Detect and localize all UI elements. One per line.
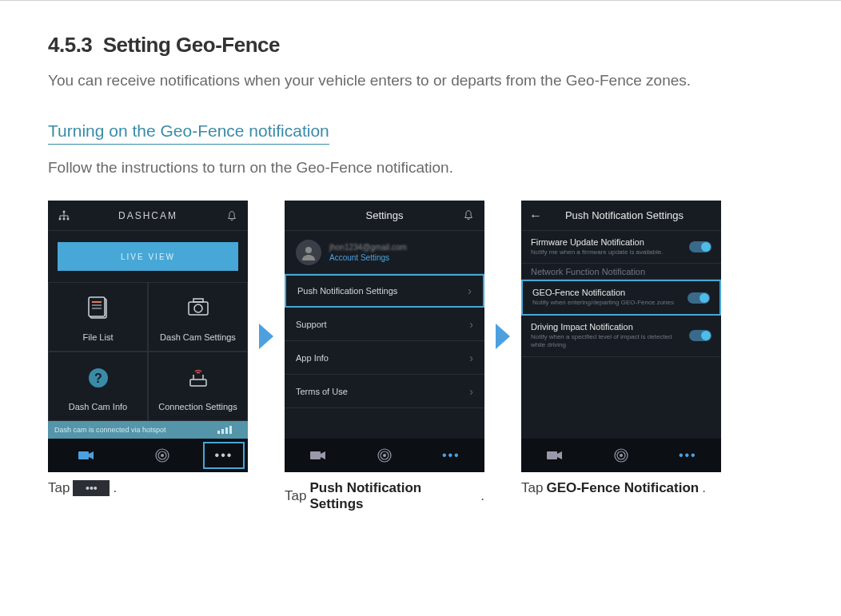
tile-file-list[interactable]: File List — [48, 282, 148, 352]
row-subtitle: Notify me when a firmware update is avai… — [531, 248, 663, 256]
svg-marker-33 — [557, 451, 562, 459]
nav-more-button[interactable]: ••• — [655, 439, 721, 472]
more-dots-icon: ••• — [442, 448, 460, 463]
svg-rect-5 — [89, 297, 105, 316]
tile-dashcam-info[interactable]: ? Dash Cam Info — [48, 352, 148, 421]
tile-label: File List — [83, 332, 114, 342]
row-label: Push Notification Settings — [297, 286, 397, 296]
row-title: Firmware Update Notification — [531, 237, 663, 247]
row-label: Terms of Use — [296, 387, 348, 396]
connection-status-banner: Dash cam is connected via hotspot — [48, 421, 248, 439]
caption-text: . — [702, 480, 706, 496]
row-driving-impact-notification[interactable]: Driving Impact Notification Notify when … — [521, 316, 721, 357]
step-arrow-icon — [259, 324, 273, 349]
bottom-nav: ••• — [48, 439, 248, 472]
caption-step-2: Tap Push Notification Settings. — [285, 480, 484, 512]
row-subtitle: Notify when a specified level of impact … — [531, 333, 683, 350]
document-container: 4.5.3 Setting Geo-Fence You can receive … — [0, 33, 841, 544]
svg-rect-32 — [547, 451, 557, 459]
nav-more-button[interactable]: ••• — [418, 439, 484, 472]
caption-text: Tap — [285, 488, 306, 504]
caption-text: Tap — [521, 480, 543, 496]
svg-rect-14 — [190, 380, 206, 386]
row-subtitle: Notify when entering/departing GEO-Fence… — [532, 299, 674, 307]
tile-label: Connection Settings — [158, 402, 237, 411]
bottom-nav: ••• — [285, 439, 484, 472]
row-title: Network Function Notification — [531, 267, 645, 276]
section-heading: 4.5.3 Setting Geo-Fence — [48, 33, 793, 58]
signal-icon — [217, 426, 241, 434]
instruction-paragraph: Follow the instructions to turn on the G… — [48, 159, 793, 177]
avatar-icon — [296, 240, 321, 265]
sub-heading: Turning on the Geo-Fence notification — [48, 121, 329, 145]
nav-more-button-highlighted[interactable]: ••• — [203, 442, 245, 469]
captions-row: Tap ••• . Tap Push Notification Settings… — [48, 480, 793, 512]
caption-bold: Push Notification Settings — [309, 480, 477, 512]
bell-icon[interactable] — [225, 209, 238, 222]
svg-text:?: ? — [94, 372, 102, 385]
row-push-notification-settings-highlighted[interactable]: Push Notification Settings › — [285, 274, 484, 308]
account-row[interactable]: jhon1234@gmail.com Account Settings — [285, 231, 484, 274]
row-geo-fence-notification-highlighted[interactable]: GEO-Fence Notification Notify when enter… — [521, 280, 721, 315]
nav-broadcast-icon[interactable] — [124, 439, 200, 472]
svg-point-29 — [383, 454, 386, 457]
caption-bold: GEO-Fence Notification — [546, 480, 699, 496]
settings-title: Settings — [366, 209, 404, 221]
account-settings-link[interactable]: Account Settings — [329, 253, 407, 262]
network-tree-icon[interactable] — [58, 209, 70, 222]
row-label: Support — [296, 320, 327, 329]
svg-point-23 — [161, 454, 164, 457]
row-firmware-update-notification[interactable]: Firmware Update Notification Notify me w… — [521, 231, 721, 264]
screenshot-dashcam-home: DASHCAM LIVE VIEW File List Dash C — [48, 201, 248, 472]
push-settings-title: Push Notification Settings — [536, 209, 713, 221]
more-dots-icon: ••• — [679, 448, 697, 463]
svg-rect-19 — [225, 427, 228, 434]
topbar: ← Push Notification Settings — [521, 201, 721, 231]
step-arrow-icon — [496, 324, 510, 349]
row-support[interactable]: Support › — [285, 308, 484, 341]
chevron-right-icon: › — [468, 284, 472, 297]
nav-camera-icon[interactable] — [521, 439, 588, 472]
bell-icon[interactable] — [462, 209, 475, 221]
toggle-on[interactable] — [689, 330, 711, 341]
row-label: App Info — [296, 353, 329, 363]
account-email-blurred: jhon1234@gmail.com — [329, 243, 407, 252]
row-title: Driving Impact Notification — [531, 322, 683, 332]
more-icon-chip: ••• — [73, 480, 110, 496]
info-icon: ? — [82, 362, 114, 394]
bottom-nav: ••• — [521, 439, 721, 472]
file-list-icon — [82, 292, 114, 324]
row-terms-of-use[interactable]: Terms of Use › — [285, 375, 484, 408]
caption-step-3: Tap GEO-Fence Notification. — [521, 480, 721, 496]
svg-marker-22 — [89, 451, 94, 459]
svg-point-34 — [620, 454, 623, 457]
page-top-rule — [0, 0, 841, 1]
nav-broadcast-icon[interactable] — [588, 439, 654, 472]
topbar: Settings — [285, 201, 484, 231]
section-number: 4.5.3 — [48, 33, 92, 57]
caption-text: . — [113, 480, 117, 496]
toggle-on[interactable] — [688, 292, 710, 304]
live-view-button[interactable]: LIVE VIEW — [58, 242, 238, 271]
more-dots-icon: ••• — [215, 448, 233, 463]
toggle-on[interactable] — [689, 241, 711, 252]
tile-dashcam-settings[interactable]: Dash Cam Settings — [148, 282, 248, 352]
tile-connection-settings[interactable]: Connection Settings — [148, 352, 248, 421]
tile-label: Dash Cam Info — [69, 402, 127, 411]
svg-point-26 — [305, 247, 312, 253]
nav-camera-icon[interactable] — [48, 439, 124, 472]
row-network-function-notification-cutoff[interactable]: Network Function Notification — [521, 264, 721, 280]
account-texts: jhon1234@gmail.com Account Settings — [329, 243, 407, 262]
nav-camera-icon[interactable] — [285, 439, 351, 472]
svg-marker-28 — [321, 451, 325, 459]
caption-text: Tap — [48, 480, 70, 496]
svg-rect-21 — [78, 451, 89, 459]
intro-paragraph: You can receive notifications when your … — [48, 72, 793, 89]
chevron-right-icon: › — [469, 385, 473, 398]
svg-rect-27 — [310, 451, 321, 459]
app-title: DASHCAM — [118, 210, 177, 221]
status-text: Dash cam is connected via hotspot — [54, 426, 166, 434]
row-app-info[interactable]: App Info › — [285, 341, 484, 375]
camera-gear-icon — [182, 292, 214, 324]
nav-broadcast-icon[interactable] — [351, 439, 417, 472]
